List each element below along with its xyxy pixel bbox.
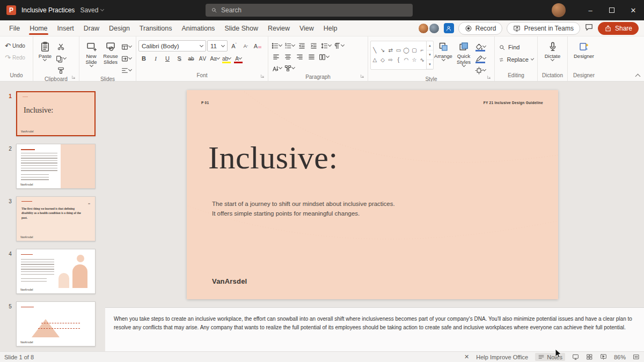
align-text-button[interactable]	[270, 63, 282, 73]
powerpoint-app-icon[interactable]	[6, 5, 16, 15]
shape-effects-button[interactable]	[474, 65, 486, 76]
menu-item-home[interactable]: Home	[25, 21, 52, 35]
notes-text[interactable]: When you take steps to create an inclusi…	[114, 315, 642, 332]
increase-font-size-button[interactable]: Aˆ	[229, 41, 239, 51]
underline-button[interactable]: U	[162, 53, 173, 64]
shape-arc[interactable]: ◠	[402, 55, 411, 65]
find-button[interactable]: Find	[497, 42, 535, 53]
clipboard-dialog-launcher[interactable]	[71, 75, 76, 80]
dismiss-help-button[interactable]: ✕	[464, 353, 469, 360]
zoom-level[interactable]: 86%	[614, 354, 626, 360]
change-case-button[interactable]: Aa	[209, 53, 220, 64]
paragraph-dialog-launcher[interactable]	[360, 73, 364, 79]
menu-item-draw[interactable]: Draw	[79, 21, 104, 35]
collaborator-avatar-1[interactable]	[418, 23, 429, 34]
increase-indent-button[interactable]	[308, 40, 319, 51]
collapse-ribbon-button[interactable]	[635, 74, 641, 79]
numbering-button[interactable]	[283, 40, 295, 51]
shape-bracket[interactable]: ⌐	[418, 46, 426, 55]
shape-diamond[interactable]: ◇	[379, 55, 387, 65]
document-title[interactable]: Inclusive Practices	[21, 6, 75, 14]
text-direction-button[interactable]	[333, 40, 345, 51]
undo-button[interactable]: ↶ Undo	[4, 40, 26, 51]
align-right-button[interactable]	[294, 51, 305, 62]
new-slide-button[interactable]: New Slide	[82, 39, 101, 76]
paste-button[interactable]: Paste	[35, 39, 55, 76]
menu-item-review[interactable]: Review	[263, 21, 295, 35]
maximize-button[interactable]	[601, 0, 623, 20]
menu-item-file[interactable]: File	[4, 21, 25, 35]
character-spacing-button[interactable]: AV	[197, 53, 208, 64]
save-status-dropdown[interactable]: Saved	[80, 6, 104, 14]
designer-button[interactable]: Designer	[574, 39, 594, 72]
shape-scribble[interactable]: ∿	[418, 55, 426, 65]
columns-button[interactable]	[318, 51, 330, 62]
shape-triangle[interactable]: △	[371, 55, 379, 65]
shape-rounded-rectangle[interactable]: ▢	[411, 46, 419, 55]
style-dialog-launcher[interactable]	[487, 75, 491, 80]
italic-button[interactable]: I	[150, 53, 161, 64]
menu-item-view[interactable]: View	[295, 21, 319, 35]
slide-thumbnail-5[interactable]: VanArsdel	[16, 301, 96, 346]
menu-item-slide-show[interactable]: Slide Show	[219, 21, 263, 35]
justify-button[interactable]	[306, 51, 317, 62]
copy-button[interactable]	[55, 53, 67, 64]
decrease-indent-button[interactable]	[296, 40, 307, 51]
cut-button[interactable]	[55, 41, 67, 52]
font-color-button[interactable]: A	[233, 53, 244, 64]
help-improve-office-link[interactable]: Help Improve Office	[476, 354, 528, 360]
dictate-button[interactable]: Dictate	[543, 39, 562, 72]
search-bar[interactable]: Search	[206, 4, 413, 17]
shape-outline-button[interactable]	[474, 53, 486, 64]
collaborator-avatar-2[interactable]	[429, 23, 440, 34]
shapes-scroll-down[interactable]: ▼	[427, 50, 433, 60]
menu-item-help[interactable]: Help	[319, 21, 342, 35]
shapes-scroll-up[interactable]: ▲	[427, 41, 433, 50]
strikethrough-button[interactable]: ab	[186, 53, 196, 64]
record-button[interactable]: Record	[458, 22, 503, 35]
display-settings-button[interactable]	[572, 353, 579, 360]
shape-line[interactable]: ╲	[371, 46, 379, 55]
replace-button[interactable]: Replace	[497, 54, 535, 65]
comments-button[interactable]	[584, 23, 594, 34]
shapes-more-button[interactable]: ▼	[427, 60, 433, 69]
slide-title[interactable]: Inclusive:	[208, 139, 338, 176]
shape-fill-button[interactable]	[474, 41, 486, 52]
quick-styles-button[interactable]: Quick Styles	[453, 39, 474, 76]
present-in-teams-button[interactable]: Present in Teams	[507, 22, 580, 35]
fit-to-window-button[interactable]	[633, 353, 640, 360]
share-button[interactable]: Share	[598, 22, 639, 35]
decrease-font-size-button[interactable]: Aˇ	[240, 41, 251, 51]
reuse-slides-button[interactable]: Reuse Slides	[101, 39, 120, 76]
convert-to-smartart-button[interactable]	[283, 63, 295, 73]
notes-toggle-button[interactable]: Notes	[535, 353, 565, 361]
shape-arrow[interactable]: ↘	[379, 46, 387, 55]
clear-formatting-button[interactable]: A	[252, 41, 263, 51]
slide-canvas[interactable]: P 01 FY 21 Inclusive Design Guideline In…	[187, 90, 558, 299]
shape-block-arrow[interactable]: ⇨	[386, 55, 394, 65]
shape-rectangle[interactable]: ▭	[394, 46, 402, 55]
menu-item-transitions[interactable]: Transitions	[135, 21, 177, 35]
slide-sorter-view-button[interactable]	[586, 353, 593, 360]
bold-button[interactable]: B	[138, 53, 149, 64]
menu-item-insert[interactable]: Insert	[53, 21, 79, 35]
slideshow-view-button[interactable]	[600, 353, 607, 360]
close-button[interactable]: ✕	[623, 0, 644, 20]
slide-thumbnail-4[interactable]: VanArsdel	[16, 249, 96, 294]
slide-layout-button[interactable]	[120, 41, 132, 52]
section-button[interactable]	[120, 65, 132, 76]
user-avatar[interactable]	[552, 3, 566, 17]
font-size-select[interactable]: 11	[207, 40, 228, 51]
menu-item-design[interactable]: Design	[104, 21, 135, 35]
presence-badge[interactable]	[444, 23, 454, 33]
font-dialog-launcher[interactable]	[260, 73, 265, 79]
slide-thumbnail-3[interactable]: The first thing we learned is that defin…	[16, 196, 96, 241]
notes-pane[interactable]: When you take steps to create an inclusi…	[105, 307, 644, 351]
slide-thumbnail-2[interactable]: VanArsdel	[16, 144, 96, 189]
bullets-button[interactable]	[270, 40, 282, 51]
shape-brace[interactable]: {	[394, 55, 402, 65]
slide-thumbnail-1[interactable]: Inclusive: VanArsdel	[16, 91, 96, 136]
shape-oval[interactable]: ◯	[402, 46, 411, 55]
text-highlight-button[interactable]: ab	[221, 53, 232, 64]
arrange-button[interactable]: Arrange	[434, 39, 453, 76]
